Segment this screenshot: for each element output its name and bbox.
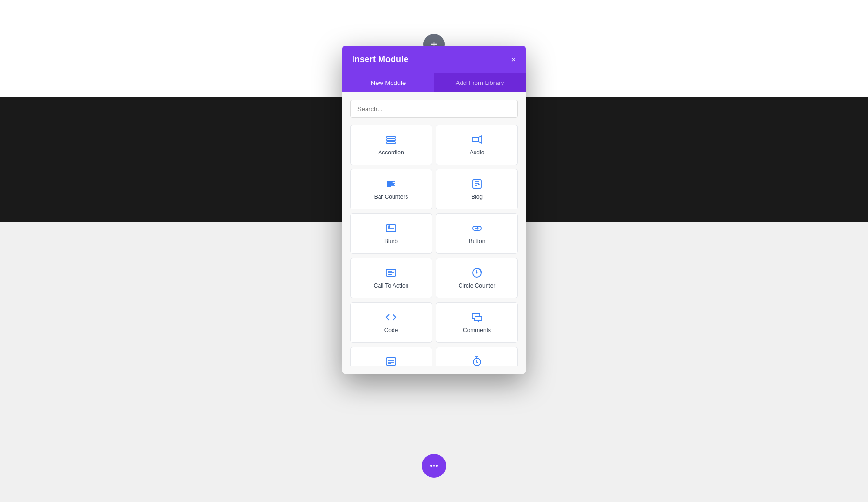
circle-counter-icon xyxy=(471,267,483,279)
module-audio[interactable]: Audio xyxy=(436,125,518,165)
module-accordion-label: Accordion xyxy=(378,149,404,156)
svg-rect-5 xyxy=(472,137,479,142)
module-circle-counter[interactable]: Circle Counter xyxy=(436,258,518,298)
module-bar-counters[interactable]: Bar Counters xyxy=(350,169,432,209)
tab-add-from-library[interactable]: Add From Library xyxy=(434,73,526,92)
modal-close-button[interactable]: × xyxy=(511,56,516,64)
module-audio-label: Audio xyxy=(470,149,485,156)
svg-rect-28 xyxy=(388,274,392,275)
svg-rect-10 xyxy=(387,181,393,183)
svg-rect-2 xyxy=(387,136,395,138)
module-countdown-timer[interactable]: Countdown Timer xyxy=(436,347,518,366)
module-button[interactable]: Button xyxy=(436,213,518,254)
contact-form-icon xyxy=(385,356,397,366)
button-icon xyxy=(471,223,483,234)
module-accordion[interactable]: Accordion xyxy=(350,125,432,165)
module-call-to-action[interactable]: Call To Action xyxy=(350,258,432,298)
module-blurb-label: Blurb xyxy=(384,238,398,245)
blurb-icon xyxy=(385,223,397,234)
svg-rect-17 xyxy=(386,225,396,232)
code-icon xyxy=(385,311,397,323)
svg-rect-3 xyxy=(387,139,395,141)
module-blurb[interactable]: Blurb xyxy=(350,213,432,254)
module-circle-counter-label: Circle Counter xyxy=(459,282,496,289)
module-code[interactable]: Code xyxy=(350,302,432,343)
module-blog-label: Blog xyxy=(471,194,483,200)
blog-icon xyxy=(471,178,483,190)
comments-icon xyxy=(471,311,483,323)
modal-title: Insert Module xyxy=(352,55,408,65)
module-button-label: Button xyxy=(469,238,486,245)
search-input[interactable] xyxy=(350,100,518,118)
svg-rect-12 xyxy=(387,185,391,187)
audio-icon xyxy=(471,134,483,145)
tab-new-module[interactable]: New Module xyxy=(342,73,434,92)
modal-tabs: New Module Add From Library xyxy=(342,73,526,92)
module-blog[interactable]: Blog xyxy=(436,169,518,209)
modal-overlay: Insert Module × New Module Add From Libr… xyxy=(0,0,868,502)
module-call-to-action-label: Call To Action xyxy=(374,282,409,289)
accordion-icon xyxy=(385,134,397,145)
modules-grid: Accordion Audio xyxy=(350,125,518,366)
module-comments-label: Comments xyxy=(463,327,491,334)
call-to-action-icon xyxy=(385,267,397,279)
modal-body: Accordion Audio xyxy=(342,92,526,374)
svg-rect-11 xyxy=(387,183,394,185)
module-bar-counters-label: Bar Counters xyxy=(374,194,408,200)
insert-module-modal: Insert Module × New Module Add From Libr… xyxy=(342,46,526,374)
module-contact-form[interactable]: Contact Form xyxy=(350,347,432,366)
svg-point-31 xyxy=(476,272,478,274)
svg-point-20 xyxy=(388,225,390,227)
svg-marker-6 xyxy=(479,136,482,143)
module-comments[interactable]: Comments xyxy=(436,302,518,343)
module-code-label: Code xyxy=(384,327,398,334)
modal-header: Insert Module × xyxy=(342,46,526,73)
svg-rect-33 xyxy=(475,316,482,321)
svg-rect-4 xyxy=(387,142,395,144)
bar-counters-icon xyxy=(385,178,397,190)
countdown-timer-icon xyxy=(471,356,483,366)
